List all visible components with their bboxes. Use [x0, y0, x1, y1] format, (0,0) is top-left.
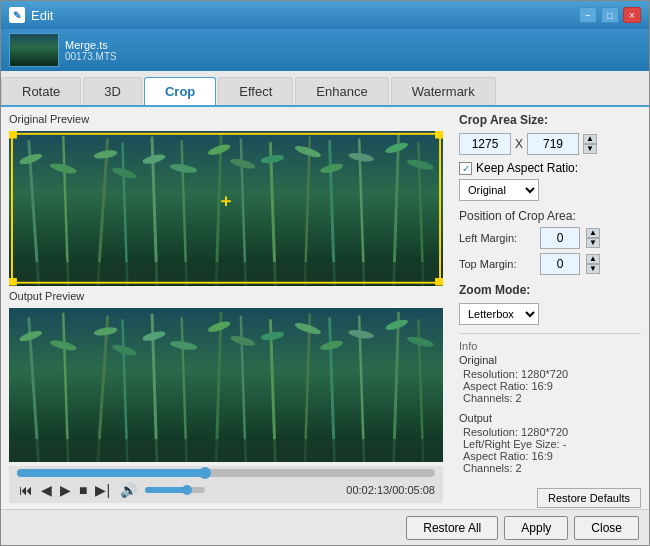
- bottom-bar: Restore All Apply Close: [1, 509, 649, 545]
- title-controls: − □ ×: [579, 7, 641, 23]
- tab-rotate[interactable]: Rotate: [1, 77, 81, 105]
- prev-frame-button[interactable]: ◀: [39, 480, 54, 500]
- aspect-dropdown[interactable]: Original 16:9 4:3: [459, 179, 539, 201]
- skip-back-button[interactable]: ⏮: [17, 480, 35, 500]
- top-margin-up[interactable]: ▲: [586, 254, 600, 264]
- title-bar: ✎ Edit − □ ×: [1, 1, 649, 29]
- svg-rect-66: [9, 439, 443, 462]
- output-video-svg: [9, 308, 443, 463]
- info-section: Info Original Resolution: 1280*720 Aspec…: [459, 333, 641, 474]
- top-margin-spinner[interactable]: ▲ ▼: [586, 254, 600, 274]
- position-label: Position of Crop Area:: [459, 209, 641, 223]
- svg-rect-34: [435, 278, 443, 285]
- volume-icon: 🔊: [120, 482, 137, 498]
- tab-3d[interactable]: 3D: [83, 77, 142, 105]
- window-icon: ✎: [9, 7, 25, 23]
- tabs-bar: Rotate 3D Crop Effect Enhance Watermark: [1, 71, 649, 107]
- original-preview-label: Original Preview: [9, 113, 443, 125]
- keep-aspect-checkbox[interactable]: ✓: [459, 162, 472, 175]
- apply-button[interactable]: Apply: [504, 516, 568, 540]
- output-info-title: Output: [459, 412, 641, 424]
- stop-button[interactable]: ■: [77, 480, 89, 500]
- output-preview-box: [9, 308, 443, 463]
- minimize-button[interactable]: −: [579, 7, 597, 23]
- output-preview-label: Output Preview: [9, 290, 443, 302]
- volume-fill: [145, 487, 187, 493]
- play-button[interactable]: ▶: [58, 480, 73, 500]
- restore-all-button[interactable]: Restore All: [406, 516, 498, 540]
- original-info-title: Original: [459, 354, 641, 366]
- output-video-bg: [9, 308, 443, 463]
- left-margin-up[interactable]: ▲: [586, 228, 600, 238]
- svg-rect-32: [435, 131, 443, 138]
- file-name-1: Merge.ts: [65, 39, 117, 51]
- x-separator: X: [515, 137, 523, 151]
- crop-size-row: X ▲ ▼: [459, 133, 641, 155]
- edit-window: ✎ Edit − □ × Merge.ts 00173.MTS Rotate 3…: [0, 0, 650, 546]
- left-margin-input[interactable]: [540, 227, 580, 249]
- original-preview-box: [9, 131, 443, 286]
- volume-thumb: [182, 485, 192, 495]
- output-eye-size: Left/Right Eye Size: -: [459, 438, 641, 450]
- tab-watermark[interactable]: Watermark: [391, 77, 496, 105]
- time-display: 00:02:13/00:05:08: [346, 484, 435, 496]
- keep-aspect-label: Keep Aspect Ratio:: [476, 161, 578, 175]
- height-down-button[interactable]: ▼: [583, 144, 597, 154]
- output-aspect: Aspect Ratio: 16:9: [459, 450, 641, 462]
- position-section: Position of Crop Area: Left Margin: ▲ ▼ …: [459, 209, 641, 275]
- next-frame-button[interactable]: ▶|: [93, 480, 112, 500]
- original-video-bg: [9, 131, 443, 286]
- restore-defaults-button[interactable]: Restore Defaults: [537, 488, 641, 508]
- crop-height-input[interactable]: [527, 133, 579, 155]
- right-panel: Crop Area Size: X ▲ ▼ ✓ Keep Aspect Rati…: [451, 107, 649, 509]
- volume-bar[interactable]: [145, 487, 205, 493]
- close-button[interactable]: Close: [574, 516, 639, 540]
- close-window-button[interactable]: ×: [623, 7, 641, 23]
- file-bar: Merge.ts 00173.MTS: [1, 29, 649, 71]
- left-margin-row: Left Margin: ▲ ▼: [459, 227, 641, 249]
- original-channels: Channels: 2: [459, 392, 641, 404]
- svg-rect-33: [9, 278, 17, 285]
- output-channels: Channels: 2: [459, 462, 641, 474]
- height-up-button[interactable]: ▲: [583, 134, 597, 144]
- tab-crop[interactable]: Crop: [144, 77, 216, 105]
- zoom-dropdown[interactable]: Letterbox Crop Stretch: [459, 303, 539, 325]
- aspect-dropdown-wrap: Original 16:9 4:3: [459, 179, 539, 201]
- maximize-button[interactable]: □: [601, 7, 619, 23]
- tab-effect[interactable]: Effect: [218, 77, 293, 105]
- left-margin-label: Left Margin:: [459, 232, 534, 244]
- original-info-group: Original Resolution: 1280*720 Aspect Rat…: [459, 354, 641, 404]
- playback-bar: ⏮ ◀ ▶ ■ ▶| 🔊 00:02:13/00:05:08: [9, 466, 443, 503]
- seek-thumb: [199, 467, 211, 479]
- original-resolution: Resolution: 1280*720: [459, 368, 641, 380]
- file-name-2: 00173.MTS: [65, 51, 117, 62]
- svg-rect-31: [9, 131, 17, 138]
- file-thumbnail: [9, 33, 59, 67]
- crop-area-size-title: Crop Area Size:: [459, 113, 641, 127]
- controls-row: ⏮ ◀ ▶ ■ ▶| 🔊 00:02:13/00:05:08: [17, 480, 435, 500]
- left-margin-spinner[interactable]: ▲ ▼: [586, 228, 600, 248]
- output-info-group: Output Resolution: 1280*720 Left/Right E…: [459, 412, 641, 474]
- top-margin-label: Top Margin:: [459, 258, 534, 270]
- window-title: Edit: [31, 8, 579, 23]
- zoom-mode-label: Zoom Mode:: [459, 283, 641, 297]
- top-margin-row: Top Margin: ▲ ▼: [459, 253, 641, 275]
- check-mark: ✓: [462, 163, 470, 174]
- output-resolution: Resolution: 1280*720: [459, 426, 641, 438]
- zoom-section: Zoom Mode: Letterbox Crop Stretch: [459, 283, 641, 325]
- crop-width-input[interactable]: [459, 133, 511, 155]
- left-panel: Original Preview: [1, 107, 451, 509]
- seek-bar-fill: [17, 469, 205, 477]
- left-margin-down[interactable]: ▼: [586, 238, 600, 248]
- top-margin-down[interactable]: ▼: [586, 264, 600, 274]
- tab-enhance[interactable]: Enhance: [295, 77, 388, 105]
- info-header: Info: [459, 340, 641, 352]
- original-video-svg: [9, 131, 443, 286]
- height-spinner[interactable]: ▲ ▼: [583, 134, 597, 154]
- main-content: Original Preview: [1, 107, 649, 509]
- keep-aspect-row: ✓ Keep Aspect Ratio:: [459, 161, 641, 175]
- seek-bar[interactable]: [17, 469, 435, 477]
- top-margin-input[interactable]: [540, 253, 580, 275]
- zoom-dropdown-wrap: Letterbox Crop Stretch: [459, 303, 539, 325]
- original-aspect: Aspect Ratio: 16:9: [459, 380, 641, 392]
